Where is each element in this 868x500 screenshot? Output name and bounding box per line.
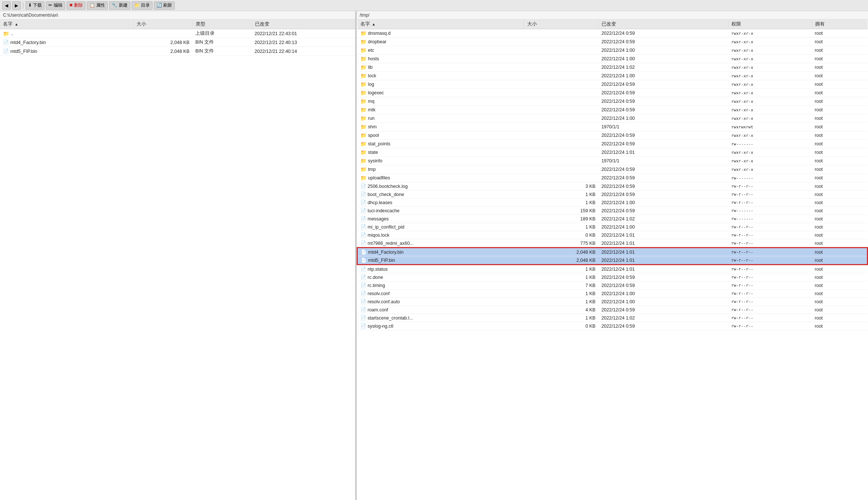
file-icon-wrapper: 📁 .. xyxy=(3,31,13,37)
file-name-cell: 📄 miqos.lock xyxy=(357,231,524,239)
table-row[interactable]: 📄 miqos.lock 0 KB 2022/12/24 1:01 rw-r--… xyxy=(357,231,868,239)
table-row[interactable]: 📄 mtd4_Factory.bin 2,048 KB 2022/12/24 1… xyxy=(357,248,868,256)
table-row[interactable]: 📁 shm 1970/1/1 rwxrwxrwt root xyxy=(357,123,868,131)
file-name-label: syslog-ng.ctl xyxy=(368,324,393,329)
file-icon-wrapper: 📄 mtd4_Factory.bin xyxy=(361,249,404,255)
table-row[interactable]: 📄 resolv.conf 1 KB 2022/12/24 1:00 rw-r-… xyxy=(357,290,868,298)
file-owner-cell: root xyxy=(812,231,867,239)
table-row[interactable]: 📄 mtd4_Factory.bin 2,048 KB BIN 文件 2022/… xyxy=(0,38,355,47)
table-row[interactable]: 📁 lock 2022/12/24 1:00 rwxr-xr-x root xyxy=(357,72,868,80)
left-table-body: 📁 .. 上级目录 2022/12/21 22:43:01 📄 mtd4_Fac… xyxy=(0,29,355,56)
file-size-cell: 1 KB xyxy=(524,190,599,199)
file-name-label: uploadfiles xyxy=(368,175,390,180)
table-row[interactable]: 📁 sysinfo 1970/1/1 rwxr-xr-x root xyxy=(357,157,868,165)
left-col-size[interactable]: 大小 xyxy=(133,20,192,29)
table-row[interactable]: 📁 hosts 2022/12/24 1:00 rwxr-xr-x root xyxy=(357,55,868,63)
table-row[interactable]: 📁 spool 2022/12/24 0:59 rwxr-xr-x root xyxy=(357,131,868,140)
folder-icon: 📁 xyxy=(360,81,367,87)
file-owner-cell: root xyxy=(812,174,867,182)
table-row[interactable]: 📄 messages 189 KB 2022/12/24 1:02 rw----… xyxy=(357,215,868,223)
table-row[interactable]: 📄 2506.bootcheck.log 3 KB 2022/12/24 0:5… xyxy=(357,182,868,190)
file-icon-wrapper: 📄 mtd5_FIP.bin xyxy=(3,48,37,54)
file-name-cell: 📁 hosts xyxy=(357,55,524,63)
file-owner-cell: root xyxy=(812,290,867,298)
right-pane: /tmp/ 名字 ▲ 大小 已改变 权限 拥有 xyxy=(357,11,868,500)
table-row[interactable]: 📄 mi_ip_conflict_pid 1 KB 2022/12/24 1:0… xyxy=(357,223,868,231)
file-modified-cell: 2022/12/24 0:59 xyxy=(598,174,728,182)
table-row[interactable]: 📄 startscene_crontab.l... 1 KB 2022/12/2… xyxy=(357,314,868,322)
table-row[interactable]: 📄 boot_check_done 1 KB 2022/12/24 0:59 r… xyxy=(357,190,868,199)
file-icon-wrapper: 📁 hosts xyxy=(360,56,379,62)
file-name-cell: 📄 resolv.conf xyxy=(357,290,524,298)
file-perms-cell: rw-r--r-- xyxy=(728,314,812,322)
table-row[interactable]: 📁 mq 2022/12/24 0:59 rwxr-xr-x root xyxy=(357,97,868,106)
file-owner-cell: root xyxy=(812,131,867,140)
table-row[interactable]: 📄 mtd5_FIP.bin 2,048 KB BIN 文件 2022/12/2… xyxy=(0,47,355,56)
table-row[interactable]: 📄 mt7986_redmi_ax60... 775 KB 2022/12/24… xyxy=(357,239,868,248)
file-modified-cell: 2022/12/24 1:01 xyxy=(598,148,728,157)
left-col-modified[interactable]: 已改变 xyxy=(252,20,355,29)
toolbar-new-btn[interactable]: 🔧 新建 xyxy=(109,1,130,10)
toolbar-folder-btn[interactable]: 📁 目录 xyxy=(132,1,152,10)
toolbar-edit-btn[interactable]: ✏ 编辑 xyxy=(46,1,65,10)
table-row[interactable]: 📁 .. 上级目录 2022/12/21 22:43:01 xyxy=(0,29,355,38)
table-row[interactable]: 📁 uploadfiles 2022/12/24 0:59 rw------- … xyxy=(357,174,868,182)
right-col-owner[interactable]: 拥有 xyxy=(812,20,867,29)
folder-icon: 📁 xyxy=(360,149,367,155)
table-row[interactable]: 📄 resolv.conf.auto 1 KB 2022/12/24 1:00 … xyxy=(357,298,868,306)
toolbar-delete-btn[interactable]: ✖ 删除 xyxy=(67,1,85,10)
table-row[interactable]: 📁 dropbear 2022/12/24 0:59 rwxr-xr-x roo… xyxy=(357,38,868,46)
table-row[interactable]: 📁 dnsmasq.d 2022/12/24 0:59 rwxr-xr-x ro… xyxy=(357,29,868,38)
file-name-label: luci-indexcache xyxy=(368,208,400,213)
right-pane-path: /tmp/ xyxy=(360,13,370,18)
file-modified-cell: 2022/12/24 1:00 xyxy=(598,290,728,298)
right-col-modified[interactable]: 已改变 xyxy=(598,20,728,29)
table-row[interactable]: 📁 log 2022/12/24 0:59 rwxr-xr-x root xyxy=(357,80,868,89)
file-name-cell: 📄 mtd5_FIP.bin xyxy=(357,256,524,265)
folder-icon: 📁 xyxy=(360,124,367,130)
toolbar-refresh-btn[interactable]: 🔄 刷新 xyxy=(154,1,175,10)
table-row[interactable]: 📄 mtd5_FIP.bin 2,048 KB 2022/12/24 1:01 … xyxy=(357,256,868,265)
toolbar-back-btn[interactable]: ◀ xyxy=(2,1,11,10)
file-icon: 📄 xyxy=(360,224,366,230)
file-icon-wrapper: 📄 resolv.conf.auto xyxy=(360,299,400,304)
toolbar-forward-btn[interactable]: ▶ xyxy=(12,1,21,10)
table-row[interactable]: 📄 rc.done 1 KB 2022/12/24 0:59 rw-r--r--… xyxy=(357,273,868,281)
pane-container: C:\Users\cat\Documents\ax\ 名字 ▲ 大小 类型 已改… xyxy=(0,11,868,500)
table-row[interactable]: 📁 lib 2022/12/24 1:02 rwxr-xr-x root xyxy=(357,63,868,72)
table-row[interactable]: 📄 ntp.status 1 KB 2022/12/24 1:01 rw-r--… xyxy=(357,265,868,273)
toolbar-props-btn[interactable]: 📋 属性 xyxy=(87,1,108,10)
toolbar-download-btn[interactable]: ⬇ 下载 xyxy=(26,1,44,10)
file-name-label: mtd5_FIP.bin xyxy=(368,258,395,263)
right-col-name[interactable]: 名字 ▲ xyxy=(357,20,524,29)
table-row[interactable]: 📁 etc 2022/12/24 1:00 rwxr-xr-x root xyxy=(357,46,868,55)
table-row[interactable]: 📄 luci-indexcache 159 KB 2022/12/24 0:59… xyxy=(357,207,868,215)
left-col-name[interactable]: 名字 ▲ xyxy=(0,20,133,29)
file-type-cell: BIN 文件 xyxy=(192,47,252,56)
file-owner-cell: root xyxy=(812,72,867,80)
file-name-cell: 📁 stat_points xyxy=(357,140,524,148)
table-row[interactable]: 📄 roam.conf 4 KB 2022/12/24 0:59 rw-r--r… xyxy=(357,306,868,314)
table-row[interactable]: 📁 state 2022/12/24 1:01 rwxr-xr-x root xyxy=(357,148,868,157)
file-name-cell: 📁 lib xyxy=(357,63,524,72)
left-col-type[interactable]: 类型 xyxy=(192,20,252,29)
table-row[interactable]: 📁 tmp 2022/12/24 0:59 rwxr-xr-x root xyxy=(357,165,868,174)
file-name-cell: 📁 sysinfo xyxy=(357,157,524,165)
table-row[interactable]: 📄 rc.timing 7 KB 2022/12/24 0:59 rw-r--r… xyxy=(357,281,868,290)
left-pane-scroll[interactable]: 名字 ▲ 大小 类型 已改变 📁 .. 上级目录 2022/12/21 22:4… xyxy=(0,20,355,500)
table-row[interactable]: 📁 run 2022/12/24 1:00 rwxr-xr-x root xyxy=(357,114,868,123)
table-row[interactable]: 📁 mtk 2022/12/24 0:59 rwxr-xr-x root xyxy=(357,106,868,114)
file-owner-cell: root xyxy=(812,322,867,330)
table-row[interactable]: 📄 dhcp.leases 1 KB 2022/12/24 1:00 rw-r-… xyxy=(357,199,868,207)
right-col-perms[interactable]: 权限 xyxy=(728,20,812,29)
file-icon-wrapper: 📄 roam.conf xyxy=(360,307,388,312)
right-col-size[interactable]: 大小 xyxy=(524,20,599,29)
file-icon-wrapper: 📄 mtd5_FIP.bin xyxy=(361,257,395,263)
right-pane-scroll[interactable]: 名字 ▲ 大小 已改变 权限 拥有 📁 dnsmasq.d 202 xyxy=(357,20,868,500)
file-owner-cell: root xyxy=(812,248,867,256)
table-row[interactable]: 📁 logexec 2022/12/24 0:59 rwxr-xr-x root xyxy=(357,89,868,97)
table-row[interactable]: 📄 syslog-ng.ctl 0 KB 2022/12/24 0:59 rw-… xyxy=(357,322,868,330)
file-size-cell: 2,048 KB xyxy=(133,38,192,47)
table-row[interactable]: 📁 stat_points 2022/12/24 0:59 rw------- … xyxy=(357,140,868,148)
file-owner-cell: root xyxy=(812,273,867,281)
